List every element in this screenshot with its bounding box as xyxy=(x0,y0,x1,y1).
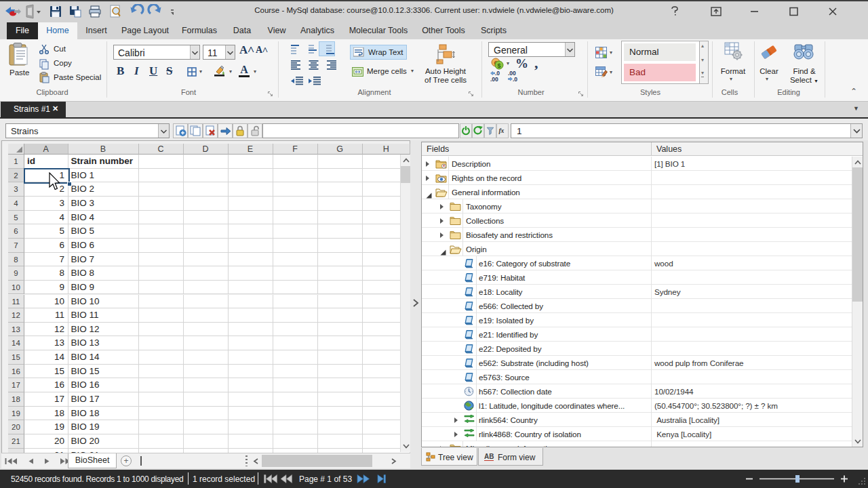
svg-text:.0: .0 xyxy=(513,76,517,82)
svg-text:.00: .00 xyxy=(490,76,498,82)
svg-text:fx: fx xyxy=(498,127,504,134)
svg-text:AB: AB xyxy=(484,453,494,460)
svg-text:$: $ xyxy=(497,62,500,69)
